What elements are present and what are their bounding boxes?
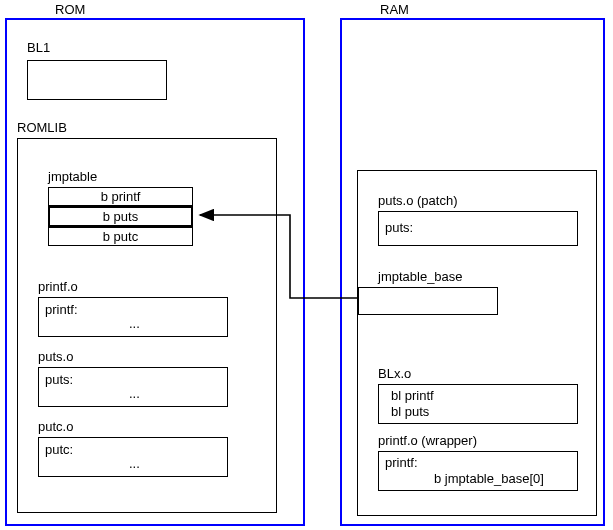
jmptable-row-printf: b printf: [48, 187, 193, 206]
printf-wrapper-box: printf: b jmptable_base[0]: [378, 451, 578, 491]
putc-file-label: putc.o: [38, 419, 73, 434]
printf-file-label: printf.o: [38, 279, 78, 294]
printf-entry: printf:: [45, 302, 78, 317]
puts-box: puts: ...: [38, 367, 228, 407]
rom-label: ROM: [55, 2, 85, 17]
bl1-label: BL1: [27, 40, 50, 55]
blx-o-file-label: BLx.o: [378, 366, 411, 381]
blx-o-line2: bl puts: [391, 404, 429, 419]
jmptable-row-putc: b putc: [48, 227, 193, 246]
putc-box: putc: ...: [38, 437, 228, 477]
jmptable-base-label: jmptable_base: [378, 269, 463, 284]
ram-label: RAM: [380, 2, 409, 17]
jmptable-row-puts: b puts: [48, 206, 193, 227]
puts-entry: puts:: [45, 372, 73, 387]
puts-patch-file-label: puts.o (patch): [378, 193, 458, 208]
printf-wrapper-entry: printf:: [385, 455, 418, 470]
jmptable-base-box: [358, 287, 498, 315]
jmptable-label: jmptable: [48, 169, 97, 184]
ram-region: BLx puts.o (patch) puts: jmptable_base B…: [340, 18, 605, 526]
jmptable: b printf b puts b putc: [48, 187, 193, 246]
printf-wrapper-body: b jmptable_base[0]: [434, 471, 544, 486]
printf-wrapper-file-label: printf.o (wrapper): [378, 433, 477, 448]
puts-patch-box: puts:: [378, 211, 578, 246]
blx-box: puts.o (patch) puts: jmptable_base BLx.o…: [357, 170, 597, 516]
printf-body: ...: [129, 316, 140, 331]
blx-o-box: bl printf bl puts: [378, 384, 578, 424]
rom-region: BL1 ROMLIB jmptable b printf b puts b pu…: [5, 18, 305, 526]
blx-o-line1: bl printf: [391, 388, 434, 403]
puts-body: ...: [129, 386, 140, 401]
puts-file-label: puts.o: [38, 349, 73, 364]
romlib-box: jmptable b printf b puts b putc printf.o…: [17, 138, 277, 513]
putc-entry: putc:: [45, 442, 73, 457]
putc-body: ...: [129, 456, 140, 471]
puts-patch-entry: puts:: [385, 220, 413, 235]
bl1-box: [27, 60, 167, 100]
printf-box: printf: ...: [38, 297, 228, 337]
romlib-label: ROMLIB: [17, 120, 67, 135]
